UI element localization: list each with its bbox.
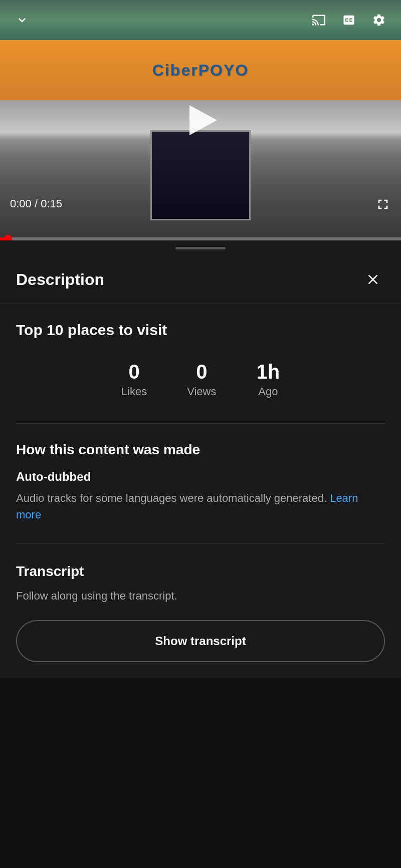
close-button[interactable] bbox=[361, 267, 385, 292]
description-title: Description bbox=[16, 270, 104, 289]
views-label: Views bbox=[187, 385, 216, 398]
progress-dot bbox=[4, 235, 12, 240]
likes-stat: 0 Likes bbox=[121, 361, 147, 398]
settings-icon[interactable] bbox=[369, 10, 389, 30]
progress-filled bbox=[0, 237, 8, 240]
age-stat: 1h Ago bbox=[256, 361, 280, 398]
auto-dubbed-text: Audio tracks for some languages were aut… bbox=[16, 492, 327, 504]
play-icon bbox=[189, 105, 217, 135]
transcript-section: Transcript Follow along using the transc… bbox=[0, 543, 401, 678]
content-section: Top 10 places to visit 0 Likes 0 Views 1… bbox=[0, 304, 401, 403]
views-number: 0 bbox=[196, 361, 207, 383]
video-sign: CiberPOYO bbox=[0, 40, 401, 100]
description-header: Description bbox=[0, 255, 401, 304]
how-made-heading: How this content was made bbox=[16, 442, 385, 458]
sign-text: CiberPOYO bbox=[152, 61, 249, 80]
auto-dubbed-label: Auto-dubbed bbox=[16, 470, 385, 484]
chevron-down-icon[interactable] bbox=[12, 10, 32, 30]
fullscreen-icon[interactable] bbox=[375, 196, 391, 214]
play-button[interactable] bbox=[180, 100, 221, 140]
age-number: 1h bbox=[256, 361, 280, 383]
transcript-heading: Transcript bbox=[16, 563, 385, 580]
stats-row: 0 Likes 0 Views 1h Ago bbox=[16, 356, 385, 403]
handle-bar bbox=[175, 247, 226, 249]
video-player[interactable]: CiberPOYO bbox=[0, 0, 401, 240]
description-panel: Description Top 10 places to visit 0 Lik… bbox=[0, 255, 401, 678]
show-transcript-button[interactable]: Show transcript bbox=[16, 620, 385, 662]
auto-dubbed-desc: Audio tracks for some languages were aut… bbox=[16, 490, 385, 523]
likes-number: 0 bbox=[128, 361, 139, 383]
panel-handle[interactable] bbox=[0, 240, 401, 255]
video-controls-top bbox=[0, 0, 401, 40]
progress-bar[interactable] bbox=[0, 237, 401, 240]
video-title: Top 10 places to visit bbox=[16, 320, 385, 340]
top-right-icons bbox=[309, 10, 389, 30]
transcript-description: Follow along using the transcript. bbox=[16, 588, 385, 604]
views-stat: 0 Views bbox=[187, 361, 216, 398]
cast-icon[interactable] bbox=[309, 10, 329, 30]
age-label: Ago bbox=[258, 385, 278, 398]
likes-label: Likes bbox=[121, 385, 147, 398]
captions-icon[interactable] bbox=[339, 10, 359, 30]
time-display: 0:00 / 0:15 bbox=[10, 197, 62, 210]
video-door bbox=[150, 130, 251, 220]
how-made-section: How this content was made Auto-dubbed Au… bbox=[0, 424, 401, 523]
